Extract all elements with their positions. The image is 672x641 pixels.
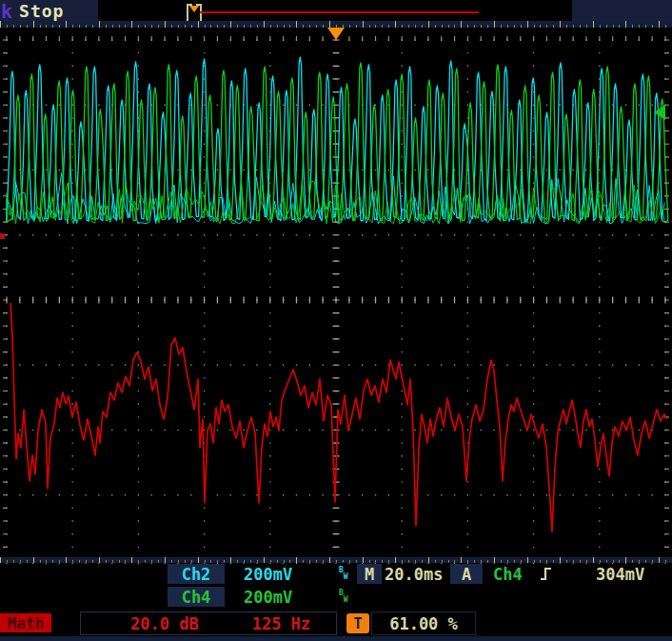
trigger-mode-box: A [450, 564, 483, 584]
graticule-bottom-ruler [0, 557, 672, 563]
ch2-bandwidth-icon: BW [339, 567, 348, 581]
timebase-m-box: M [357, 564, 382, 584]
trigger-source-label: Ch4 [493, 565, 523, 584]
math-label: Math [8, 614, 45, 632]
math-label-box: Math [0, 613, 51, 632]
trigger-position-marker-icon [327, 28, 345, 40]
ch2-label: Ch2 [182, 565, 211, 584]
bottom-divider-strip [0, 636, 672, 641]
ch2-scale: 200mV [244, 565, 292, 584]
waveform-display [0, 0, 672, 564]
bw-w: W [344, 595, 348, 604]
bw-w: W [344, 572, 348, 581]
math-frequency: 125 Hz [252, 614, 310, 633]
rising-slope-icon [540, 567, 555, 581]
math-value-box: 20.0 dB 125 Hz [80, 611, 337, 635]
timebase-m-label: M [365, 565, 374, 584]
trigger-t-badge-icon: T [346, 613, 369, 633]
math-scale: 20.0 dB [130, 614, 199, 633]
timebase-value: 20.0ms [385, 565, 443, 584]
ch4-scale: 200mV [244, 588, 292, 607]
math-position-marker-icon [0, 233, 5, 239]
trigger-position-box: 61.00 % [371, 611, 476, 635]
oscilloscope-screen: k Stop Ch2 200mV BW M 20.0ms A Ch4 304mV… [0, 0, 672, 641]
trigger-level-marker-icon [654, 105, 665, 120]
ch4-bandwidth-icon: BW [339, 590, 348, 604]
ch4-label: Ch4 [182, 588, 211, 607]
trigger-position-value: 61.00 % [389, 614, 458, 633]
trigger-mode-label: A [462, 565, 471, 584]
ch4-label-box: Ch4 [168, 587, 225, 607]
ch2-label-box: Ch2 [168, 564, 225, 584]
math-trace [10, 303, 667, 531]
t-badge-label: T [353, 615, 362, 632]
trigger-level-value: 304mV [596, 565, 644, 584]
